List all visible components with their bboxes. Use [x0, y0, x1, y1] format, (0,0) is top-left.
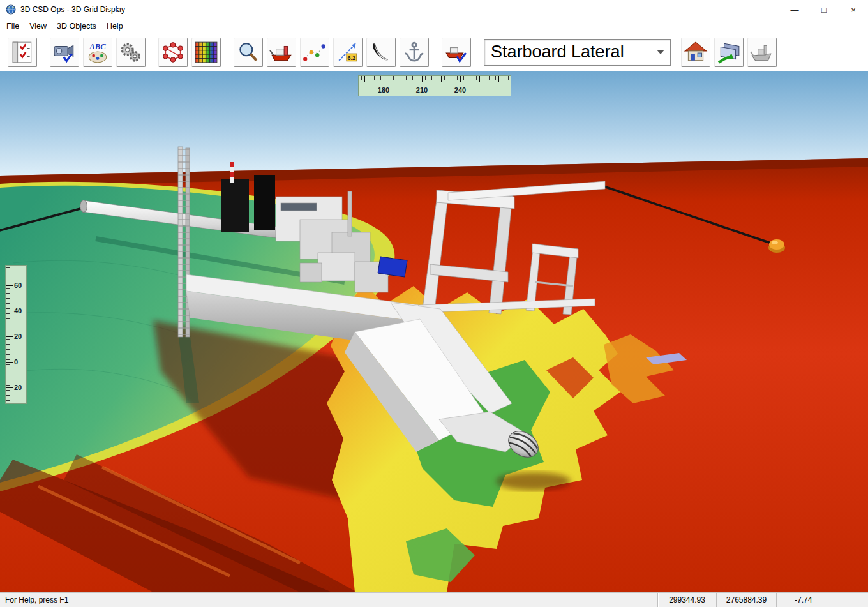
- dredger-check-button[interactable]: [442, 38, 471, 67]
- color-grid-icon: [194, 40, 218, 64]
- display-checklist-button[interactable]: [8, 38, 37, 67]
- dredger-check-icon: [444, 40, 468, 64]
- heading-label-180: 180: [378, 86, 389, 94]
- title-bar: 3D CSD Ops - 3D Grid Display — □ ×: [0, 0, 868, 19]
- menu-help[interactable]: Help: [101, 19, 128, 33]
- camera-check-button[interactable]: [50, 38, 79, 67]
- menu-3d-objects[interactable]: 3D Objects: [52, 19, 101, 33]
- view-angle-select[interactable]: Starboard Lateral: [484, 39, 671, 66]
- status-help-text: For Help, press F1: [0, 596, 657, 604]
- depth-label-20: 20: [14, 333, 22, 340]
- text-style-button[interactable]: ABC: [83, 38, 112, 67]
- measure-distance-button[interactable]: 6.2: [333, 38, 363, 67]
- gray-vessel-icon: [750, 40, 774, 64]
- route-dots-icon: [303, 40, 327, 64]
- menu-view[interactable]: View: [24, 19, 52, 33]
- depth-scale: 60 40 20 0 20: [5, 265, 27, 404]
- toolbar-separator: [41, 38, 50, 67]
- gears-icon: [119, 40, 143, 64]
- measure-arrow-icon: 6.2: [336, 40, 360, 64]
- network-nodes-button[interactable]: [158, 38, 188, 67]
- close-button[interactable]: ×: [839, 0, 868, 19]
- vessel-view-button[interactable]: [747, 38, 777, 67]
- waypoint-route-button[interactable]: [300, 38, 329, 67]
- view-angle-value: Starboard Lateral: [491, 42, 624, 62]
- toolbar-separator: [475, 38, 484, 67]
- scene-3d[interactable]: [0, 71, 868, 592]
- status-easting: 299344.93: [657, 593, 716, 607]
- depth-label-0: 0: [14, 358, 18, 366]
- toolbar-separator: [149, 38, 158, 67]
- import-view-button[interactable]: [714, 38, 744, 67]
- menu-bar: File View 3D Objects Help: [0, 19, 868, 33]
- exhaust-stack-1: [221, 179, 249, 232]
- minimize-button[interactable]: —: [780, 0, 809, 19]
- chevron-down-icon: [657, 50, 664, 54]
- viewport-3d[interactable]: 180 210 240 60 40 20 0 20: [0, 71, 868, 592]
- anchor-icon: [402, 40, 426, 64]
- color-palette-button[interactable]: [191, 38, 221, 67]
- toolbar-separator: [225, 38, 234, 67]
- heading-label-240: 240: [454, 86, 466, 94]
- heading-ruler: 180 210 240: [358, 75, 511, 96]
- depth-label-neg20: 20: [14, 384, 22, 391]
- camera-check-icon: [52, 40, 77, 64]
- cutter-shadow: [497, 472, 571, 490]
- app-globe-icon: [6, 4, 16, 15]
- toolbar: ABC: [0, 33, 868, 71]
- text-palette-icon: ABC: [86, 40, 110, 64]
- status-depth: -7.74: [776, 593, 868, 607]
- status-bar: For Help, press F1 299344.93 2765884.39 …: [0, 592, 868, 607]
- dredger-ship-icon: [269, 40, 294, 64]
- checklist-icon: [10, 40, 34, 64]
- window-title: 3D CSD Ops - 3D Grid Display: [20, 5, 125, 14]
- depth-label-60: 60: [14, 281, 22, 289]
- striped-beacon: [230, 162, 234, 183]
- blue-chute: [378, 257, 407, 277]
- spud-mast: [178, 147, 190, 337]
- screens-arrow-icon: [717, 40, 741, 64]
- dredger-button[interactable]: [267, 38, 296, 67]
- anchor-button[interactable]: [400, 38, 429, 67]
- network-nodes-icon: [161, 40, 185, 64]
- home-icon: [684, 40, 708, 64]
- cutter-blade-icon: [369, 40, 393, 64]
- zoom-button[interactable]: [234, 38, 263, 67]
- maximize-button[interactable]: □: [809, 0, 839, 19]
- depth-label-40: 40: [14, 307, 22, 315]
- anchor-buoy: [768, 239, 785, 253]
- magnifier-icon: [236, 40, 260, 64]
- svg-text:ABC: ABC: [89, 41, 106, 50]
- status-northing: 2765884.39: [716, 593, 776, 607]
- cutter-blade-button[interactable]: [366, 38, 396, 67]
- pipeline-endcap: [80, 200, 87, 213]
- exhaust-stack-2: [254, 175, 275, 230]
- home-view-button[interactable]: [681, 38, 710, 67]
- settings-button[interactable]: [116, 38, 146, 67]
- svg-text:6.2: 6.2: [348, 54, 355, 61]
- menu-file[interactable]: File: [1, 19, 24, 33]
- toolbar-separator: [433, 38, 442, 67]
- heading-label-210: 210: [416, 86, 428, 94]
